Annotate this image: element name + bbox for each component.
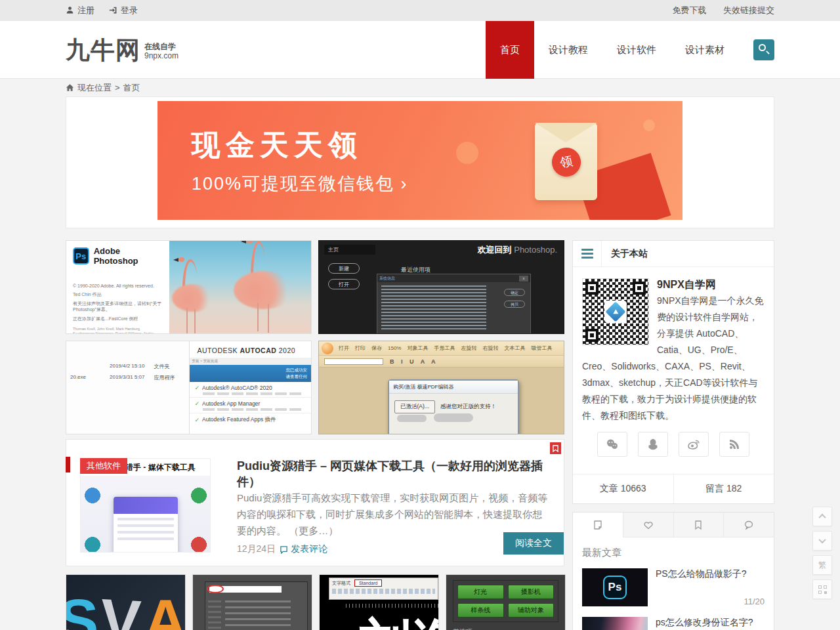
rss-button[interactable]	[719, 432, 749, 457]
autocad-brand: AUTODESK AUTOCAD 2020	[190, 341, 312, 358]
main-column: Ps Adobe Photoshop © 1990-2020 Adobe. Al…	[66, 240, 564, 630]
dialog-title: 购买/激活 极速PDF编辑器	[389, 381, 518, 394]
comment-link[interactable]: 发表评论	[280, 543, 327, 555]
article-thumbnail: Ps	[582, 568, 648, 606]
social-links	[582, 424, 765, 467]
article-thumb-3dsmax-ui[interactable]: 灯光 摄影机 样条线 辅助对象 首选项: 塌陷堆栈 动画	[446, 574, 566, 630]
register-link[interactable]: 注册	[66, 5, 94, 16]
file-type: 应用程序	[154, 374, 175, 381]
qq-icon	[646, 438, 660, 451]
article-thumb-adobe-letters[interactable]: S V A	[66, 574, 186, 630]
breadcrumb: 现在位置 > 首页	[66, 79, 774, 96]
topbar-right: 免费下载 失效链接提交	[658, 5, 774, 16]
traditional-chinese-toggle[interactable]: 繁	[812, 555, 832, 575]
login-icon	[109, 6, 117, 14]
article-thumb-pdf-editor[interactable]: 打开打印保存150%对象工具手形工具左旋转右旋转文本工具吸管工具 B I U A…	[318, 341, 564, 434]
envelope-seal: 领	[549, 145, 583, 179]
redacted-area	[397, 415, 427, 422]
site-stats: 文章 10663 留言 182	[573, 474, 774, 503]
article-thumb-autocad-2020[interactable]: 2019/4/2 15:10 文件夹 20.exe 2019/3/31 5:07…	[66, 341, 312, 434]
tab-bookmarks[interactable]	[673, 513, 724, 537]
file-list-panel: 2019/4/2 15:10 文件夹 20.exe 2019/3/31 5:07…	[66, 341, 189, 434]
article-title[interactable]: Pudiu资源猎手 – 网页媒体下载工具（一款好用的浏览器插件）	[237, 459, 543, 488]
autocad-installer-panel: AUTODESK AUTOCAD 2020 安装 > 安装完成 您已成功安请查看…	[189, 341, 312, 434]
qq-button[interactable]	[638, 432, 668, 457]
thumb-background	[81, 476, 210, 552]
installer-success-banner: 您已成功安请查看任何	[190, 365, 312, 382]
qr-code	[582, 278, 649, 345]
pdf-activate-dialog: 购买/激活 极速PDF编辑器 已激活(A)... 感谢您对正版的支持！	[388, 379, 519, 434]
rss-icon	[728, 438, 741, 451]
article-date: 11/20	[656, 597, 765, 606]
promo-banner[interactable]: 现金天天领 100%可提现至微信钱包 › 领	[158, 101, 682, 220]
ps-copyright: © 1990-2020 Adobe. All rights reserved.	[73, 283, 163, 289]
light-button: 灯光	[457, 585, 504, 599]
letter-a: A	[144, 587, 186, 630]
featured-article: 猎手 - 媒体下载工具 其他软件 Pudiu资源猎手 – 网页媒体下载工具（一款…	[66, 439, 564, 566]
search-button[interactable]	[753, 39, 774, 60]
big-text: 刘海	[359, 609, 439, 630]
scroll-to-bottom-button[interactable]	[812, 531, 832, 551]
scroll-to-top-button[interactable]	[812, 507, 832, 526]
topbar-left: 注册 登录	[66, 5, 150, 17]
file-type: 文件夹	[154, 363, 169, 370]
user-icon	[66, 6, 74, 14]
tab-popular[interactable]	[623, 513, 673, 537]
check-icon: ✓	[195, 385, 200, 391]
redacted-area	[434, 413, 473, 422]
article-thumb-photoshop-welcome[interactable]: 主页 欢迎回到 Photoshop. 新建 打开 最近使用项 系统信息 x 确定…	[318, 240, 564, 334]
weibo-icon	[687, 438, 700, 451]
tab-latest[interactable]	[573, 513, 623, 537]
article-thumb-ps-settings[interactable]	[192, 574, 312, 630]
article-thumb-cad-text[interactable]: 文字格式 Standard 刘海	[319, 574, 439, 630]
read-more-button[interactable]: 阅读全文	[503, 532, 564, 555]
letter-s: S	[66, 587, 98, 630]
article-date: 12月24日	[237, 543, 276, 555]
ps-open-button: 打开	[328, 279, 360, 289]
free-download-link[interactable]: 免费下载	[672, 5, 706, 16]
qr-code-button[interactable]	[812, 579, 832, 599]
nav-item-home[interactable]: 首页	[486, 21, 534, 79]
tab-comments[interactable]	[723, 513, 774, 537]
helper-button: 辅助对象	[508, 603, 555, 618]
installed-item: Autodesk® AutoCAD® 2020	[202, 385, 272, 391]
article-thumbnails-grid: Ps Adobe Photoshop © 1990-2020 Adobe. Al…	[66, 240, 564, 434]
item-description-line	[203, 408, 301, 411]
comments-stat[interactable]: 留言 182	[673, 474, 774, 503]
site-logo-mark	[604, 301, 627, 323]
text-ruler	[346, 604, 438, 608]
bookmark-icon[interactable]	[550, 442, 561, 454]
nav-item-tutorials[interactable]: 设计教程	[534, 21, 602, 79]
site-header: 九牛网 在线自学 9npx.com 首页 设计教程 设计软件 设计素材	[0, 21, 840, 79]
format-buttons: B I U A A	[390, 358, 438, 365]
article-thumb-photoshop-splash[interactable]: Ps Adobe Photoshop © 1990-2020 Adobe. Al…	[66, 240, 312, 334]
pudiu-app-dialog	[114, 497, 178, 553]
ps-credits-names: Thomas Knoll, John Knoll, Mark Hamburg, …	[73, 327, 163, 334]
ps-loading-status: 正在添加扩展名...FastCore 例程	[73, 316, 163, 322]
spline-button: 样条线	[457, 603, 504, 618]
check-icon: ✓	[195, 400, 200, 407]
hamburger-menu-icon[interactable]	[573, 241, 602, 267]
activated-button: 已激活(A)...	[394, 400, 435, 413]
sidebar-article-1[interactable]: Ps PS怎么给物品做影子? 11/20	[582, 568, 765, 606]
articles-stat[interactable]: 文章 10663	[573, 474, 673, 503]
login-link[interactable]: 登录	[109, 5, 138, 16]
chevron-down-icon	[818, 536, 826, 543]
logo-domain: 9npx.com	[144, 51, 178, 60]
article-meta: 12月24日 发表评论	[237, 543, 327, 555]
flamingo-artwork	[169, 241, 311, 333]
topbar: 注册 登录 免费下载 失效链接提交	[0, 0, 840, 21]
nav-item-software[interactable]: 设计软件	[602, 21, 671, 79]
red-envelope-illustration: 领	[535, 123, 597, 200]
nav-item-materials[interactable]: 设计素材	[671, 21, 739, 79]
widget-tabs	[573, 513, 774, 537]
category-badge[interactable]: 其他软件	[80, 458, 127, 474]
copy-button: 拷贝	[504, 301, 525, 308]
broken-link-submit-link[interactable]: 失效链接提交	[723, 5, 774, 16]
wechat-button[interactable]	[597, 432, 627, 457]
sidebar-article-2[interactable]: ps怎么修改身份证名字?	[582, 617, 765, 630]
ps-splash-info-panel: Ps Adobe Photoshop © 1990-2020 Adobe. Al…	[66, 241, 169, 333]
weibo-button[interactable]	[679, 432, 709, 457]
breadcrumb-current[interactable]: 首页	[123, 82, 140, 94]
site-logo[interactable]: 九牛网 在线自学 9npx.com	[66, 38, 178, 62]
